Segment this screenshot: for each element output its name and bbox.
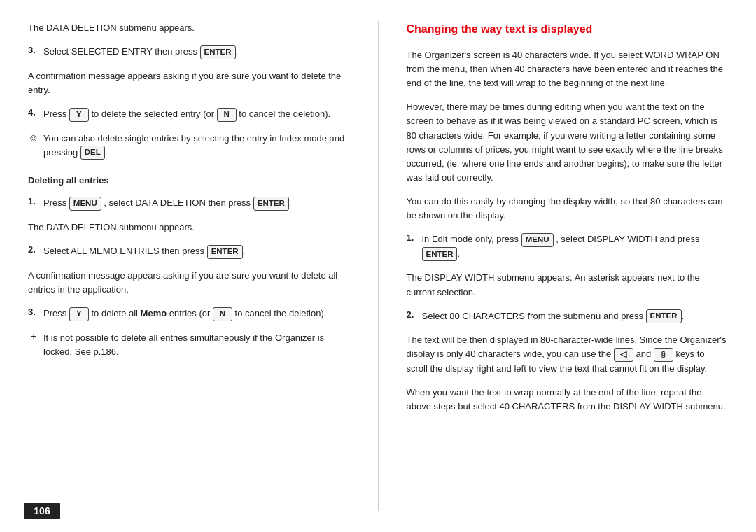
sub-step1-period: .	[289, 197, 292, 208]
left-step4-num: 4.	[28, 107, 39, 118]
display-width-text: The DISPLAY WIDTH submenu appears. An as…	[407, 271, 729, 299]
sub-step3-before: Press	[43, 308, 66, 318]
sub-step3-after: entries (or	[169, 308, 211, 318]
left-step3-text: Select SELECTED ENTRY then press	[43, 46, 197, 57]
enter-key-5: ENTER	[646, 309, 682, 323]
left-step3-content: Select SELECTED ENTRY then press ENTER.	[43, 45, 350, 59]
subsection-title: Deleting all entries	[28, 174, 350, 188]
plus-sym: +	[28, 331, 39, 342]
y-key-2: Y	[69, 307, 89, 321]
left-step4-after: to cancel the deletion).	[239, 108, 330, 119]
right-column: Changing the way text is displayed The O…	[407, 21, 729, 511]
sub-step2-text: Select ALL MEMO ENTRIES then press	[43, 246, 204, 256]
right-para5: When you want the text to wrap normally …	[407, 386, 729, 414]
del-key: DEL	[80, 146, 105, 160]
left-step4-content: Press Y to delete the selected entry (or…	[43, 107, 350, 122]
left-intro: The DATA DELETION submenu appears.	[28, 21, 350, 35]
sub-step1-middle: , select DATA DELETION then press	[104, 197, 251, 208]
sub-step1-num: 1.	[28, 196, 39, 206]
enter-key-4: ENTER	[422, 247, 458, 261]
sub-step3-content: Press Y to delete all Memo entries (or N…	[43, 307, 350, 321]
right-step1-period: .	[457, 248, 460, 259]
submenu-appears: The DATA DELETION submenu appears.	[28, 220, 350, 234]
right-step2-text: Select 80 CHARACTERS from the submenu an…	[422, 311, 643, 321]
enter-key-1: ENTER	[200, 46, 236, 59]
sub-step1-before: Press	[43, 197, 66, 208]
right-step1-middle: , select DISPLAY WIDTH and press	[556, 234, 699, 244]
right-step2: 2. Select 80 CHARACTERS from the submenu…	[407, 309, 729, 324]
menu-key-2: MENU	[522, 233, 554, 247]
column-divider	[378, 21, 379, 511]
menu-key-1: MENU	[69, 197, 102, 211]
section-title: Changing the way text is displayed	[407, 21, 729, 38]
sub-step3-num: 3.	[28, 307, 39, 317]
left-step4-before: Press	[43, 108, 66, 119]
left-confirm2: A confirmation message appears asking if…	[28, 269, 350, 297]
page-number: 106	[24, 503, 59, 519]
n-key-1: N	[217, 108, 237, 122]
left-step3: 3. Select SELECTED ENTRY then press ENTE…	[28, 45, 350, 59]
left-arrow-key: ◁	[614, 348, 634, 362]
n-key-2: N	[213, 307, 232, 321]
sub-step3: 3. Press Y to delete all Memo entries (o…	[28, 307, 350, 321]
right-para1: The Organizer's screen is 40 characters …	[407, 48, 729, 90]
right-step1: 1. In Edit mode only, press MENU , selec…	[407, 232, 729, 261]
right-para4-mid: and	[636, 349, 651, 359]
right-step1-content: In Edit mode only, press MENU , select D…	[422, 232, 729, 261]
sub-step2-content: Select ALL MEMO ENTRIES then press ENTER…	[43, 244, 350, 259]
right-para2: However, there may be times during editi…	[407, 100, 729, 185]
sub-step3-end: to cancel the deletion).	[235, 308, 327, 318]
enter-key-2: ENTER	[253, 197, 289, 211]
enter-key-3: ENTER	[207, 245, 243, 259]
left-tip: ☺ You can also delete single entries by …	[28, 132, 350, 160]
sub-step1: 1. Press MENU , select DATA DELETION the…	[28, 196, 350, 211]
right-para3: You can do this easily by changing the d…	[407, 195, 729, 223]
sub-step1-content: Press MENU , select DATA DELETION then p…	[43, 196, 350, 211]
right-step2-period: .	[682, 311, 685, 321]
sub-step3-middle: to delete all	[91, 308, 138, 318]
sub-step2-period: .	[243, 246, 246, 256]
tip-icon: ☺	[28, 132, 39, 144]
left-tip-content: You can also delete single entries by se…	[43, 132, 350, 160]
left-note-text: It is not possible to delete all entries…	[43, 331, 350, 359]
right-step1-before: In Edit mode only, press	[422, 234, 519, 244]
sub-step2-num: 2.	[28, 244, 39, 255]
sub-step3-bold: Memo	[141, 308, 167, 318]
section-key: §	[654, 348, 673, 362]
y-key-1: Y	[69, 108, 89, 122]
page-footer: 106	[0, 503, 84, 519]
right-para4: The text will be then displayed in 80-ch…	[407, 333, 729, 376]
right-step1-num: 1.	[407, 232, 418, 243]
right-step2-num: 2.	[407, 309, 418, 320]
left-column: The DATA DELETION submenu appears. 3. Se…	[28, 21, 350, 511]
left-step3-num: 3.	[28, 45, 39, 55]
left-confirm1: A confirmation message appears asking if…	[28, 69, 350, 97]
left-step4-middle: to delete the selected entry (or	[91, 108, 214, 119]
sub-step2: 2. Select ALL MEMO ENTRIES then press EN…	[28, 244, 350, 259]
left-step4: 4. Press Y to delete the selected entry …	[28, 107, 350, 122]
left-note: + It is not possible to delete all entri…	[28, 331, 350, 359]
right-step2-content: Select 80 CHARACTERS from the submenu an…	[422, 309, 729, 324]
